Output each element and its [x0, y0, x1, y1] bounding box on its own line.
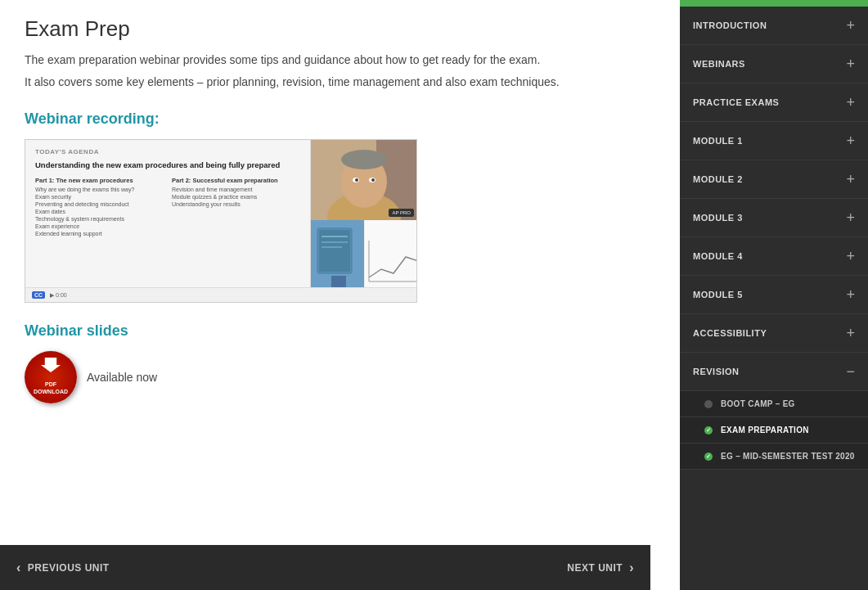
col1: Part 1: The new exam procedures Why are …: [35, 177, 164, 238]
webinar-recording-heading: Webinar recording:: [25, 110, 655, 128]
col2-item-1: Revision and time management: [172, 187, 300, 192]
download-arrow-icon: [41, 358, 61, 372]
next-label: NEXT UNIT: [567, 562, 623, 574]
col2: Part 2: Successful exam preparation Revi…: [172, 177, 300, 238]
col1-item-5: Technology & system requirements: [35, 216, 164, 222]
sidebar-label-webinars: WEBINARS: [693, 59, 745, 69]
sidebar-plus-module-2: +: [846, 172, 855, 187]
page-title: Exam Prep: [25, 16, 655, 42]
sidebar: INTRODUCTION + WEBINARS + PRACTICE EXAMS…: [680, 0, 868, 590]
sidebar-subitem-mid-semester[interactable]: EG – MID-SEMESTER TEST 2020: [680, 444, 868, 470]
sidebar-subitem-exam-prep[interactable]: EXAM PREPARATION: [680, 417, 868, 444]
pdf-button-label: PDFDOWNLOAD: [34, 381, 68, 395]
subitem-bullet-boot-camp: [704, 400, 713, 408]
speaker-video: AP PRO: [311, 140, 417, 220]
col1-item-3: Preventing and detecting misconduct: [35, 201, 164, 207]
sidebar-item-introduction[interactable]: INTRODUCTION +: [680, 7, 868, 45]
intro-text-2: It also covers some key elements – prior…: [25, 74, 655, 91]
sidebar-item-module-5[interactable]: MODULE 5 +: [680, 276, 868, 314]
svg-point-7: [355, 178, 358, 182]
thumbnail-bottom-bar: CC ▶ 0:00: [25, 287, 416, 302]
sidebar-label-module-1: MODULE 1: [693, 136, 743, 146]
subitem-label-boot-camp: BOOT CAMP – EG: [721, 399, 795, 408]
col1-item-7: Extended learning support: [35, 231, 164, 236]
subitem-label-mid-semester: EG – MID-SEMESTER TEST 2020: [721, 452, 855, 461]
sidebar-label-module-2: MODULE 2: [693, 174, 743, 184]
sidebar-item-accessibility[interactable]: ACCESSIBILITY +: [680, 314, 868, 353]
agenda-title: TODAY'S AGENDA: [35, 148, 300, 155]
available-text: Available now: [87, 371, 157, 384]
thumbnail-main-heading: Understanding the new exam procedures an…: [35, 160, 300, 170]
bottom-nav: ‹ PREVIOUS UNIT NEXT UNIT ›: [0, 545, 650, 590]
thumbnail-agenda: TODAY'S AGENDA Understanding the new exa…: [25, 140, 310, 302]
sidebar-plus-practice-exams: +: [846, 95, 855, 110]
col1-item-1: Why are we doing the exams this way?: [35, 187, 164, 192]
sidebar-item-module-4[interactable]: MODULE 4 +: [680, 237, 868, 276]
sidebar-label-introduction: INTRODUCTION: [693, 20, 767, 30]
thumbnail-bottom-text: ▶ 0:00: [50, 292, 67, 299]
sidebar-label-accessibility: ACCESSIBILITY: [693, 328, 767, 338]
next-arrow-icon: ›: [629, 561, 634, 575]
next-unit-button[interactable]: NEXT UNIT ›: [567, 561, 634, 575]
sidebar-plus-accessibility: +: [846, 326, 855, 340]
pdf-download-button[interactable]: PDFDOWNLOAD: [25, 351, 77, 403]
sidebar-label-revision: REVISION: [693, 367, 740, 376]
sidebar-item-module-1[interactable]: MODULE 1 +: [680, 122, 868, 160]
svg-point-8: [371, 178, 375, 182]
sidebar-plus-introduction: +: [846, 18, 855, 33]
prev-label: PREVIOUS UNIT: [28, 562, 110, 574]
subitem-bullet-exam-prep: [704, 426, 713, 435]
sidebar-minus-revision: −: [846, 364, 855, 379]
col2-item-2: Module quizzes & practice exams: [172, 194, 300, 200]
subitem-bullet-mid-semester: [704, 453, 713, 461]
pdf-section: PDFDOWNLOAD Available now: [25, 351, 655, 403]
sidebar-item-revision[interactable]: REVISION −: [680, 353, 868, 391]
col1-item-2: Exam security: [35, 194, 164, 200]
sidebar-label-practice-exams: PRACTICE EXAMS: [693, 97, 779, 107]
sidebar-label-module-4: MODULE 4: [693, 251, 743, 261]
svg-point-4: [341, 150, 387, 169]
sidebar-progress-bar: [680, 0, 868, 7]
graph-svg: [365, 236, 417, 286]
prev-arrow-icon: ‹: [16, 561, 21, 575]
col2-title: Part 2: Successful exam preparation: [172, 177, 300, 184]
sidebar-item-module-3[interactable]: MODULE 3 +: [680, 199, 868, 237]
thumbnail-right: AP PRO: [310, 140, 416, 302]
col1-item-6: Exam experience: [35, 223, 164, 229]
sidebar-subitem-boot-camp[interactable]: BOOT CAMP – EG: [680, 391, 868, 417]
sidebar-item-module-2[interactable]: MODULE 2 +: [680, 160, 868, 199]
col2-item-3: Understanding your results: [172, 201, 300, 207]
sidebar-item-webinars[interactable]: WEBINARS +: [680, 45, 868, 83]
sidebar-label-module-5: MODULE 5: [693, 290, 743, 300]
cc-badge: CC: [32, 291, 45, 299]
sidebar-plus-module-1: +: [846, 133, 855, 148]
previous-unit-button[interactable]: ‹ PREVIOUS UNIT: [16, 561, 110, 575]
sidebar-item-practice-exams[interactable]: PRACTICE EXAMS +: [680, 83, 868, 122]
main-content: Exam Prep The exam preparation webinar p…: [0, 0, 680, 590]
col1-title: Part 1: The new exam procedures: [35, 177, 164, 184]
webinar-slides-heading: Webinar slides: [25, 322, 655, 340]
sidebar-plus-module-4: +: [846, 249, 855, 263]
sidebar-plus-webinars: +: [846, 56, 855, 71]
ap-badge: AP PRO: [389, 209, 414, 217]
pdf-available: PDFDOWNLOAD Available now: [25, 351, 655, 403]
webinar-thumbnail[interactable]: TODAY'S AGENDA Understanding the new exa…: [25, 139, 417, 303]
intro-text-1: The exam preparation webinar provides so…: [25, 52, 655, 69]
sidebar-plus-module-3: +: [846, 210, 855, 225]
sidebar-plus-module-5: +: [846, 287, 855, 302]
subitem-label-exam-prep: EXAM PREPARATION: [721, 426, 809, 435]
sidebar-label-module-3: MODULE 3: [693, 213, 743, 223]
col1-item-4: Exam dates: [35, 209, 164, 214]
